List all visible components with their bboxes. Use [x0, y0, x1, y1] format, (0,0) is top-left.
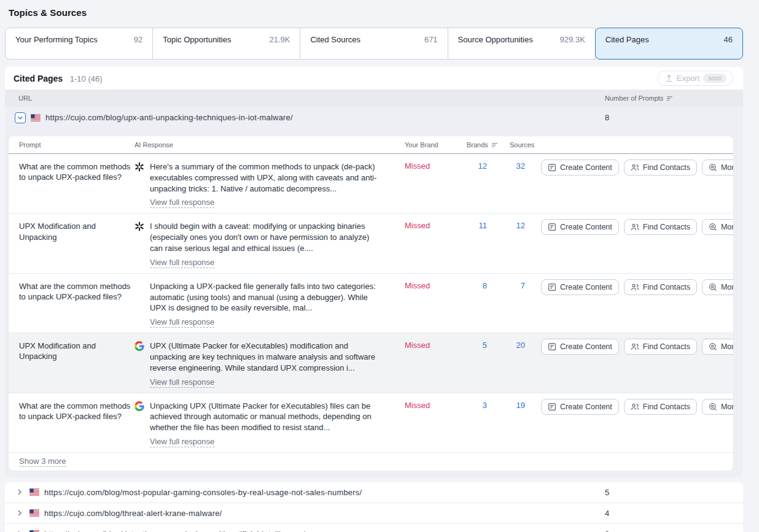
view-full-response-link[interactable]: View full response	[150, 258, 214, 268]
chevron-right-icon[interactable]	[15, 509, 25, 517]
find-contacts-button[interactable]: Find Contacts	[624, 399, 697, 415]
view-full-response-link[interactable]: View full response	[150, 437, 214, 447]
create-content-button[interactable]: Create Content	[541, 219, 619, 235]
monitor-label: Monitor	[721, 283, 733, 291]
cited-page-url[interactable]: https://cujo.com/blog/threat-alert-krane…	[44, 509, 222, 518]
column-header-prompts-label: Number of Prompts	[605, 94, 663, 102]
ai-response-cell: Unpacking UPX (Ultimate Packer for eXecu…	[134, 401, 392, 447]
tab-source-opportunities[interactable]: Source Opportunities 929.3K	[448, 28, 596, 60]
cited-pages-panel: Cited Pages 1-10 (46) Export soon URL Nu…	[5, 67, 743, 477]
create-content-button[interactable]: Create Content	[541, 339, 619, 355]
monitor-button[interactable]: Monitor	[702, 160, 733, 175]
find-contacts-button[interactable]: Find Contacts	[624, 279, 697, 295]
column-header-prompts[interactable]: Number of Prompts	[605, 94, 743, 102]
us-flag-icon	[29, 509, 39, 517]
cited-pages-list: https://cujo.com/blog/most-popular-gamin…	[5, 482, 743, 532]
sources-count[interactable]: 7	[499, 281, 541, 328]
show-more-link[interactable]: Show 3 more	[19, 457, 66, 467]
monitor-button[interactable]: Monitor	[702, 339, 733, 355]
prompts-detail-card: Prompt AI Response Your Brand Brands Sou…	[9, 136, 733, 471]
brands-count[interactable]: 8	[458, 281, 499, 328]
brands-count[interactable]: 12	[458, 161, 499, 208]
find-contacts-label: Find Contacts	[643, 223, 690, 231]
chevron-right-icon[interactable]	[15, 488, 25, 496]
create-content-label: Create Content	[560, 403, 612, 411]
monitor-button[interactable]: Monitor	[702, 399, 733, 415]
column-header-brands-label: Brands	[467, 141, 488, 148]
find-contacts-label: Find Contacts	[643, 342, 690, 351]
cited-page-row[interactable]: https://cujo.com/blog/most-popular-gamin…	[5, 482, 743, 503]
monitor-at-icon	[709, 403, 717, 411]
ai-response-body: Unpacking a UPX-packed file generally fa…	[150, 281, 384, 328]
expanded-details: Prompt AI Response Your Brand Brands Sou…	[5, 128, 743, 477]
tab-cited-sources[interactable]: Cited Sources 671	[300, 28, 448, 60]
sources-count[interactable]: 32	[499, 161, 541, 208]
prompt-row: UPX Modification and Unpacking	[9, 333, 733, 393]
ai-response-cell: Unpacking a UPX-packed file generally fa…	[134, 281, 392, 328]
brands-count[interactable]: 5	[458, 341, 499, 387]
brands-count[interactable]: 3	[458, 401, 499, 447]
view-full-response-link[interactable]: View full response	[150, 317, 214, 328]
brands-count[interactable]: 11	[458, 221, 499, 268]
sources-count[interactable]: 12	[499, 221, 541, 268]
export-button[interactable]: Export soon	[657, 71, 733, 86]
export-soon-badge: soon	[703, 74, 726, 83]
tab-cited-pages[interactable]: Cited Pages 46	[595, 28, 743, 60]
people-icon	[631, 342, 639, 351]
find-contacts-label: Find Contacts	[643, 163, 690, 172]
column-header-brands[interactable]: Brands	[458, 141, 499, 148]
tab-your-performing-topics[interactable]: Your Performing Topics 92	[5, 28, 153, 60]
us-flag-icon	[29, 488, 39, 496]
tab-topic-opportunities[interactable]: Topic Opportunities 21.9K	[152, 28, 300, 60]
column-header-sources: Sources	[499, 141, 541, 148]
find-contacts-button[interactable]: Find Contacts	[624, 219, 697, 235]
create-content-button[interactable]: Create Content	[541, 399, 619, 415]
view-full-response-link[interactable]: View full response	[150, 198, 214, 208]
prompt-text: UPX Modification and Unpacking	[19, 221, 139, 268]
cited-page-row[interactable]: https://cujo.com/blog/detecting-rogue-de…	[5, 524, 743, 532]
cited-page-url[interactable]: https://cujo.com/blog/most-popular-gamin…	[44, 488, 362, 497]
cited-page-row[interactable]: https://cujo.com/blog/threat-alert-krane…	[5, 503, 743, 524]
topics-sources-page: Topics & Sources Your Performing Topics …	[0, 0, 759, 532]
create-content-button[interactable]: Create Content	[541, 160, 619, 175]
monitor-label: Monitor	[721, 403, 733, 411]
detail-table-header: Prompt AI Response Your Brand Brands Sou…	[9, 136, 733, 154]
your-brand-status: Missed	[392, 401, 458, 447]
sources-count[interactable]: 19	[499, 401, 541, 447]
cited-page-url[interactable]: https://cujo.com/blog/detecting-rogue-de…	[44, 530, 305, 532]
monitor-button[interactable]: Monitor	[702, 279, 733, 295]
row-actions: Create Content Find Contacts	[541, 160, 733, 208]
panel-header: Cited Pages 1-10 (46) Export soon	[5, 67, 743, 90]
cited-page-row-expanded[interactable]: https://cujo.com/blog/upx-anti-unpacking…	[5, 107, 743, 128]
tab-count: 92	[134, 35, 142, 44]
chevron-right-icon[interactable]	[15, 530, 25, 532]
people-icon	[631, 403, 639, 411]
prompt-row: What are the common methods to unpack UP…	[9, 154, 733, 214]
ai-response-cell: UPX (Ultimate Packer for eXecutables) mo…	[134, 341, 392, 387]
panel-range: 1-10 (46)	[70, 74, 103, 83]
export-label: Export	[677, 74, 700, 83]
row-left: https://cujo.com/blog/threat-alert-krane…	[15, 509, 605, 518]
cited-page-url[interactable]: https://cujo.com/blog/upx-anti-unpacking…	[45, 113, 293, 122]
create-content-button[interactable]: Create Content	[541, 279, 619, 295]
prompt-row: What are the common methods to unpack UP…	[9, 274, 733, 333]
find-contacts-button[interactable]: Find Contacts	[624, 160, 697, 175]
column-header-your-brand: Your Brand	[392, 141, 458, 148]
sources-count[interactable]: 20	[499, 341, 541, 387]
row-actions: Create Content Find Contacts	[541, 399, 733, 447]
sort-icon	[491, 142, 498, 148]
find-contacts-button[interactable]: Find Contacts	[624, 339, 697, 355]
ai-response-text: Unpacking UPX (Ultimate Packer for eXecu…	[150, 401, 384, 433]
document-edit-icon	[548, 283, 556, 291]
monitor-button[interactable]: Monitor	[702, 219, 733, 235]
google-icon	[134, 401, 145, 411]
table-header: URL Number of Prompts	[5, 90, 743, 107]
column-header-url[interactable]: URL	[18, 94, 605, 102]
collapse-row-button[interactable]	[15, 112, 26, 123]
view-full-response-link[interactable]: View full response	[150, 377, 214, 388]
monitor-label: Monitor	[721, 223, 733, 231]
panel-title: Cited Pages	[14, 74, 63, 83]
tab-count: 46	[724, 35, 733, 44]
prompt-count: 8	[605, 113, 743, 122]
ai-response-body: Unpacking UPX (Ultimate Packer for eXecu…	[150, 401, 384, 447]
